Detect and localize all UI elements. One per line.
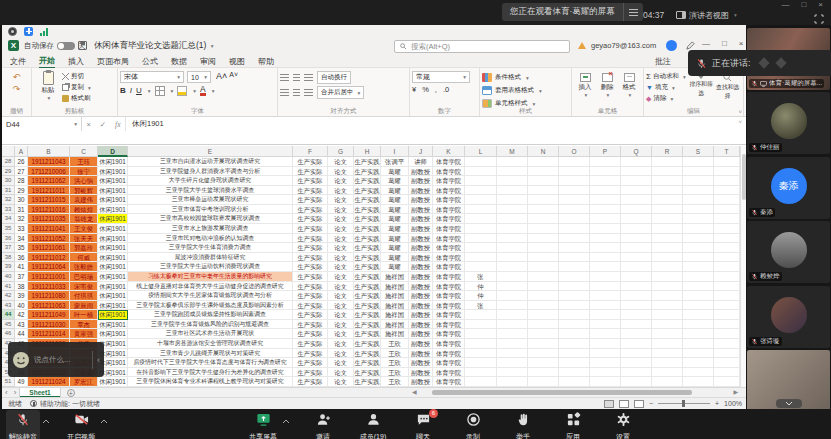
cell-J47[interactable]: 副教授 <box>409 339 433 349</box>
cell-Q49[interactable] <box>621 358 652 368</box>
zoom-slider[interactable] <box>658 403 710 404</box>
add-sheet-button[interactable]: + <box>67 389 75 397</box>
cell-G41[interactable]: 论文 <box>328 282 354 292</box>
column-header-L[interactable]: L <box>465 146 497 157</box>
cell-S40[interactable] <box>683 272 714 282</box>
cell-N30[interactable] <box>528 176 559 186</box>
collapse-ribbon-button[interactable]: ˅ <box>738 109 742 115</box>
cell-A43[interactable]: 40 <box>15 301 28 311</box>
cell-N38[interactable] <box>528 253 559 263</box>
cell-S39[interactable] <box>683 262 714 272</box>
column-header-P[interactable]: P <box>590 146 621 157</box>
cell-K35[interactable]: 体育学院 <box>433 224 465 234</box>
normal-view-button[interactable] <box>604 400 614 408</box>
align-left-icon[interactable] <box>280 89 289 97</box>
menu-tab-4[interactable]: 公式 <box>142 56 158 68</box>
cell-L44[interactable] <box>465 310 497 320</box>
cut-button[interactable]: 剪切 <box>62 71 91 82</box>
zoom-in-button[interactable]: + <box>715 400 719 407</box>
cell-S48[interactable] <box>683 349 714 359</box>
chevron-up-icon[interactable] <box>42 419 50 424</box>
cell-O44[interactable] <box>559 310 590 320</box>
cell-O30[interactable] <box>559 176 590 186</box>
cell-G44[interactable]: 论文 <box>328 310 354 320</box>
menu-tab-3[interactable]: 页面布局 <box>97 56 129 68</box>
cell-L47[interactable] <box>465 339 497 349</box>
shrink-font-button[interactable]: A˅ <box>229 71 238 83</box>
cell-G38[interactable]: 论文 <box>328 253 354 263</box>
cell-L34[interactable] <box>465 214 497 224</box>
row-header-31[interactable]: 31 <box>2 186 15 196</box>
cell-J46[interactable]: 副教授 <box>409 329 433 339</box>
search-input[interactable]: 搜索(Alt+Q) <box>394 40 570 53</box>
cell-L46[interactable] <box>465 329 497 339</box>
cell-E34[interactable]: 三亚市高校校园篮球联赛发展现状调查 <box>128 214 293 224</box>
cell-I40[interactable]: 施祥国 <box>381 272 409 282</box>
cell-B30[interactable]: 1911211062 <box>28 176 70 186</box>
cell-H39[interactable]: 生产实践 <box>354 262 381 272</box>
unmute-button[interactable]: 解除静音 <box>6 410 40 439</box>
cell-F49[interactable]: 生产实际 <box>293 358 328 368</box>
cell-Q32[interactable] <box>621 195 652 205</box>
cell-Q33[interactable] <box>621 205 652 215</box>
cell-I28[interactable]: 张调平 <box>381 157 409 167</box>
cell-P41[interactable] <box>590 282 621 292</box>
cell-E32[interactable]: 三亚市棒垒运动发展现状研究 <box>128 195 293 205</box>
cell-H44[interactable]: 生产实践 <box>354 310 381 320</box>
row-header-43[interactable]: 43 <box>2 301 15 311</box>
cell-C38[interactable]: 何威 <box>70 253 98 263</box>
maximize-button[interactable]: □ <box>801 0 806 10</box>
cell-M45[interactable] <box>497 320 528 330</box>
chat-placeholder[interactable]: 说点什么... <box>34 355 88 365</box>
cell-O50[interactable] <box>559 368 590 378</box>
cell-E31[interactable]: 三亚学院大学生篮球消费水平调查 <box>128 186 293 196</box>
cell-S31[interactable] <box>683 186 714 196</box>
scroll-right-arrow[interactable]: ▶ <box>733 389 738 396</box>
cell-S34[interactable] <box>683 214 714 224</box>
cell-I33[interactable]: 葛耀 <box>381 205 409 215</box>
chat-quick-bubble[interactable]: 说点什么... ‹ <box>8 342 104 377</box>
cell-C46[interactable]: 黄家强 <box>70 329 98 339</box>
cell-G45[interactable]: 论文 <box>328 320 354 330</box>
cell-L31[interactable] <box>465 186 497 196</box>
cell-I50[interactable]: 王欣 <box>381 368 409 378</box>
cell-R49[interactable] <box>652 358 683 368</box>
cell-E29[interactable]: 三亚学院健身人群消费水平调查与分析 <box>128 167 293 177</box>
cell-P32[interactable] <box>590 195 621 205</box>
page-layout-view-button[interactable] <box>619 400 629 408</box>
cell-O32[interactable] <box>559 195 590 205</box>
row-header-36[interactable]: 36 <box>2 234 15 244</box>
account-email[interactable]: geyao79@163.com <box>591 41 656 50</box>
cell-J28[interactable]: 讲师 <box>409 157 433 167</box>
insert-function-button[interactable]: fx <box>115 120 120 129</box>
cell-L40[interactable]: 张 <box>465 272 497 282</box>
menu-tab-7[interactable]: 视图 <box>229 56 245 68</box>
cell-L33[interactable] <box>465 205 497 215</box>
cell-K50[interactable]: 体育学院 <box>433 368 465 378</box>
cell-H51[interactable]: 生产实践 <box>354 377 381 387</box>
cell-M42[interactable] <box>497 291 528 301</box>
cell-E39[interactable]: 三亚学院大学生运动饮料消费现状调查 <box>128 262 293 272</box>
cell-F38[interactable]: 生产实际 <box>293 253 328 263</box>
zoom-out-button[interactable]: − <box>649 400 653 407</box>
cell-K29[interactable]: 体育学院 <box>433 167 465 177</box>
cell-E47[interactable]: 十堰市房县游泳馆安全管理现状调查研究 <box>128 339 293 349</box>
cell-Q40[interactable] <box>621 272 652 282</box>
cell-N51[interactable] <box>528 377 559 387</box>
cell-C42[interactable]: 付琪琪 <box>70 291 98 301</box>
column-header-E[interactable]: E <box>128 146 293 157</box>
format-cells-button[interactable]: 格式▾ <box>618 73 640 107</box>
cell-P50[interactable] <box>590 368 621 378</box>
sort-filter-button[interactable]: 排序和筛选 <box>688 71 715 107</box>
cell-A42[interactable]: 39 <box>15 291 28 301</box>
cell-G34[interactable]: 论文 <box>328 214 354 224</box>
cell-B45[interactable]: 1911211030 <box>28 320 70 330</box>
cell-G35[interactable]: 论文 <box>328 224 354 234</box>
cell-G30[interactable]: 论文 <box>328 176 354 186</box>
cell-G33[interactable]: 论文 <box>328 205 354 215</box>
cell-Q39[interactable] <box>621 262 652 272</box>
cell-M30[interactable] <box>497 176 528 186</box>
cell-C44[interactable]: 叶一楠 <box>70 310 98 320</box>
cell-E50[interactable]: 在抖音影响下三亚学院大学生健身行为差异化的调查研究 <box>128 368 293 378</box>
cell-G36[interactable]: 论文 <box>328 234 354 244</box>
